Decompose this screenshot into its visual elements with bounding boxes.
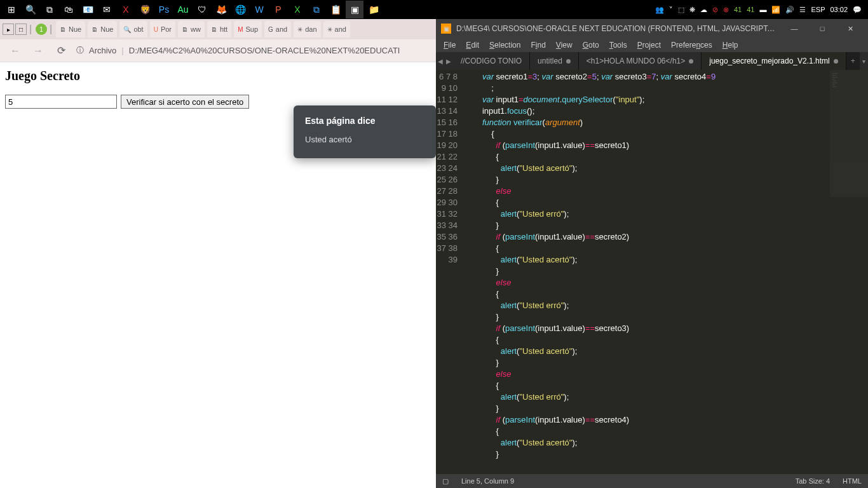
stat-1: 41 bbox=[734, 6, 742, 13]
browser-tab[interactable]: 🗎ww bbox=[178, 21, 205, 37]
explorer-icon[interactable]: 📁 bbox=[365, 1, 383, 18]
tray-icon[interactable]: ⊘ bbox=[712, 6, 718, 14]
page-icon: 🗎 bbox=[182, 26, 188, 33]
wifi-icon[interactable]: 📶 bbox=[771, 6, 780, 14]
tab-label: Sup bbox=[246, 25, 259, 33]
tab-control-icon[interactable]: □ bbox=[15, 24, 27, 35]
tray-icon[interactable]: ☰ bbox=[799, 6, 806, 14]
battery-icon[interactable]: ▬ bbox=[759, 6, 766, 13]
browser-window: ▸ □ | 1 | 🗎Nue 🗎Nue 🔍obt UPor 🗎ww 🗎htt M… bbox=[0, 19, 436, 488]
browser-tab[interactable]: Gand bbox=[264, 21, 291, 37]
editor-statusbar: ▢ Line 5, Column 9 Tab Size: 4 HTML bbox=[436, 474, 868, 488]
tray-icon[interactable]: ❋ bbox=[689, 6, 695, 14]
menu-preferences[interactable]: Preferences bbox=[667, 41, 716, 50]
minimap[interactable]: ▬▬▬▬▬▬▬▬▬▬▬▬▬▬▬▬▬▬▬▬▬▬▬▬▬ bbox=[830, 70, 868, 197]
code-area[interactable]: var secreto1=3; var secreto2=5; var secr… bbox=[464, 70, 868, 474]
menu-tools[interactable]: Tools bbox=[606, 41, 631, 50]
start-icon[interactable]: ⊞ bbox=[3, 1, 20, 18]
vscode-icon[interactable]: ⧉ bbox=[308, 1, 325, 18]
page-icon: ✳ bbox=[327, 26, 332, 33]
tray-icon[interactable]: ⬚ bbox=[678, 6, 684, 14]
tab-label: htt bbox=[220, 25, 227, 33]
app-icon[interactable]: 📋 bbox=[327, 1, 344, 18]
tab-size[interactable]: Tab Size: 4 bbox=[796, 477, 830, 485]
back-button[interactable]: ← bbox=[8, 43, 23, 58]
brave-icon[interactable]: 🛡 bbox=[193, 1, 211, 18]
browser-tab[interactable]: 🗎Nue bbox=[56, 21, 85, 37]
onedrive-icon[interactable]: ☁ bbox=[700, 6, 707, 14]
edge-icon[interactable]: 🌐 bbox=[231, 1, 249, 18]
browser-tab[interactable]: 🔍obt bbox=[119, 21, 147, 37]
sidebar-toggle-icon[interactable]: ▢ bbox=[442, 477, 449, 485]
menu-project[interactable]: Project bbox=[634, 41, 665, 50]
tabs-scroll-right[interactable]: ▶ bbox=[444, 52, 452, 70]
minimize-button[interactable]: — bbox=[782, 20, 807, 37]
taskview-icon[interactable]: ⧉ bbox=[41, 1, 58, 18]
word-icon[interactable]: W bbox=[250, 1, 268, 18]
menu-file[interactable]: File bbox=[440, 41, 459, 50]
audition-icon[interactable]: Au bbox=[174, 1, 192, 18]
sublime-icon[interactable]: ▣ bbox=[346, 1, 363, 18]
reload-button[interactable]: ⟳ bbox=[53, 43, 69, 58]
browser-tab[interactable]: 🗎htt bbox=[207, 21, 231, 37]
volume-icon[interactable]: 🔊 bbox=[785, 6, 794, 14]
sublime-window: ▣ D:\MEG4\ CURSOS\ONE-ORACLE NEXT EDUCAT… bbox=[436, 19, 868, 488]
tray-icon[interactable]: 👥 bbox=[655, 6, 664, 14]
notifications-icon[interactable]: 💬 bbox=[853, 6, 862, 14]
search-icon[interactable]: 🔍 bbox=[22, 1, 39, 18]
page-content: Juego Secreto Verificar si acerto con el… bbox=[0, 62, 436, 488]
browser-tab[interactable]: MSup bbox=[234, 21, 262, 37]
forward-button[interactable]: → bbox=[31, 43, 46, 58]
browser-tab[interactable]: UPor bbox=[150, 21, 175, 37]
maximize-button[interactable]: □ bbox=[810, 20, 835, 37]
editor-tab[interactable]: juego_secreto_mejorado_V2.1.html bbox=[702, 52, 846, 70]
excel-icon[interactable]: X bbox=[288, 1, 306, 18]
address-bar[interactable]: ⓘ Archivo | D:/MEG4/%C2%A0%20CURSOS/ONE-… bbox=[76, 45, 428, 56]
syntax-mode[interactable]: HTML bbox=[843, 477, 862, 485]
menu-edit[interactable]: Edit bbox=[462, 41, 483, 50]
sublime-logo-icon: ▣ bbox=[441, 24, 451, 34]
info-icon: ⓘ bbox=[76, 45, 84, 56]
menu-selection[interactable]: Selection bbox=[485, 41, 524, 50]
tabs-dropdown[interactable]: ▾ bbox=[860, 52, 868, 70]
tab-label: ww bbox=[191, 25, 201, 33]
photoshop-icon[interactable]: Ps bbox=[155, 1, 173, 18]
tab-label: obt bbox=[133, 25, 143, 33]
chevron-up-icon[interactable]: ˅ bbox=[669, 6, 673, 14]
menu-goto[interactable]: Goto bbox=[579, 41, 603, 50]
browser-tab[interactable]: ✳and bbox=[323, 21, 350, 37]
powerpoint-icon[interactable]: P bbox=[269, 1, 287, 18]
new-tab-button[interactable]: + bbox=[846, 52, 860, 70]
tab-control-icon[interactable]: ▸ bbox=[3, 24, 14, 35]
menu-view[interactable]: View bbox=[552, 41, 576, 50]
tab-label: dan bbox=[305, 25, 316, 33]
editor-tab[interactable]: <h1>HOLA MUNDO 06</h1> bbox=[579, 52, 702, 70]
close-button[interactable]: ✕ bbox=[837, 20, 863, 37]
language-indicator[interactable]: ESP bbox=[811, 6, 825, 13]
app-icon[interactable]: ✉ bbox=[98, 1, 116, 18]
tab-profile-icon[interactable]: 1 bbox=[36, 24, 47, 35]
app-icon[interactable]: X bbox=[117, 1, 135, 18]
tray-icon[interactable]: ⊗ bbox=[723, 6, 729, 14]
browser-tab[interactable]: 🗎Nue bbox=[88, 21, 117, 37]
editor-titlebar: ▣ D:\MEG4\ CURSOS\ONE-ORACLE NEXT EDUCAT… bbox=[436, 19, 868, 38]
app-icon[interactable]: 🦁 bbox=[136, 1, 154, 18]
tabs-scroll-left[interactable]: ◀ bbox=[436, 52, 444, 70]
editor-tab[interactable]: //CODIGO TONIO bbox=[453, 52, 530, 70]
editor-tab[interactable]: untitled bbox=[530, 52, 579, 70]
cursor-position[interactable]: Line 5, Column 9 bbox=[461, 477, 514, 485]
editor-body[interactable]: 6 7 8 9 10 11 12 13 14 15 16 17 18 19 20… bbox=[436, 70, 868, 474]
mail-icon[interactable]: 📧 bbox=[79, 1, 97, 18]
clock[interactable]: 03:02 bbox=[830, 6, 848, 13]
guess-input[interactable] bbox=[5, 95, 117, 109]
menu-help[interactable]: Help bbox=[719, 41, 742, 50]
firefox-icon[interactable]: 🦊 bbox=[212, 1, 230, 18]
editor-title: D:\MEG4\ CURSOS\ONE-ORACLE NEXT EDUCATIO… bbox=[456, 24, 776, 33]
store-icon[interactable]: 🛍 bbox=[60, 1, 78, 18]
browser-tab[interactable]: ✳dan bbox=[294, 21, 320, 37]
line-gutter: 6 7 8 9 10 11 12 13 14 15 16 17 18 19 20… bbox=[436, 70, 464, 474]
menu-find[interactable]: Find bbox=[527, 41, 549, 50]
tab-label: untitled bbox=[538, 57, 562, 65]
verify-button[interactable]: Verificar si acerto con el secreto bbox=[121, 95, 249, 109]
dirty-indicator-icon bbox=[834, 59, 838, 64]
